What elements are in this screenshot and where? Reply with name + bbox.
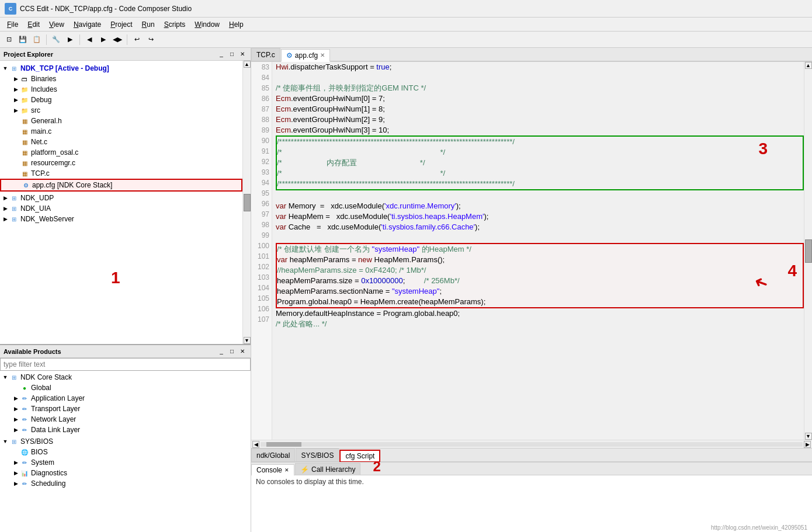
- code-lines[interactable]: Hwi.dispatcherTaskSupport = true; /* 使能事…: [272, 62, 804, 440]
- tree-tcp-c[interactable]: ▶ ▦ TCP.c: [0, 168, 242, 179]
- tab-app-cfg[interactable]: ⚙ app.cfg ✕: [281, 49, 330, 62]
- code-line-89: Ecm.eventGroupHwiNum[3] = 10;: [276, 125, 804, 135]
- console-message: No consoles to display at this time.: [256, 478, 364, 486]
- ln-98: 98: [251, 220, 272, 230]
- tree-data-link-layer[interactable]: ▶ ✏ Data Link Layer: [0, 425, 251, 435]
- menu-file[interactable]: File: [2, 19, 23, 30]
- filter-input[interactable]: [0, 358, 251, 371]
- tree-resourcemgr[interactable]: ▶ ▦ resourcemgr.c: [0, 158, 242, 168]
- pe-scrollbar[interactable]: ▲ ▼: [242, 61, 251, 344]
- bottom-tab-sysbios[interactable]: SYS/BIOS: [296, 448, 339, 461]
- code-line-98: var Cache = xdc.useModule('ti.sysbios.fa…: [276, 222, 804, 232]
- hscroll-thumb[interactable]: [266, 442, 301, 447]
- minimize-btn[interactable]: _: [217, 50, 226, 59]
- tree-src[interactable]: ▶ 📁 src: [0, 105, 242, 116]
- menu-navigate[interactable]: Navigate: [69, 19, 106, 30]
- editor-scroll-up[interactable]: ▲: [805, 62, 812, 69]
- tree-ndk-uia[interactable]: ▶ ⊞ NDK_UIA: [0, 203, 242, 214]
- label-resourcemgr: resourcemgr.c: [31, 159, 75, 167]
- label-bios: BIOS: [31, 448, 48, 456]
- scroll-up-btn[interactable]: ▲: [244, 61, 251, 68]
- tree-diagnostics[interactable]: ▶ 📊 Diagnostics: [0, 468, 251, 478]
- tree-binaries[interactable]: ▶ 🗃 Binaries: [0, 74, 242, 84]
- editor-scroll-down[interactable]: ▼: [805, 433, 812, 440]
- menu-scripts[interactable]: Scripts: [159, 19, 190, 30]
- ap-maximize-btn[interactable]: □: [227, 347, 237, 356]
- editor-hscrollbar[interactable]: ◀ ▶: [251, 440, 812, 448]
- icon-global: ●: [20, 383, 29, 392]
- toolbar-btn-5[interactable]: ▶: [64, 33, 77, 46]
- console-tab-x-icon: ✕: [284, 467, 289, 473]
- toolbar-btn-6[interactable]: ◀: [83, 33, 96, 46]
- tree-app-cfg[interactable]: ▶ ⚙ app.cfg [NDK Core Stack]: [0, 179, 242, 192]
- hscroll-left[interactable]: ◀: [252, 441, 259, 448]
- menu-help[interactable]: Help: [224, 19, 248, 30]
- bottom-tab-ndk-global[interactable]: ndk/Global: [251, 448, 295, 461]
- ap-minimize-btn[interactable]: _: [217, 347, 226, 356]
- menu-run[interactable]: Run: [137, 19, 159, 30]
- toolbar-btn-1[interactable]: ⊡: [2, 33, 15, 46]
- label-diagnostics: Diagnostics: [31, 469, 67, 477]
- project-tree: ▼ ⊞ NDK_TCP [Active - Debug] ▶ 🗃 Binarie…: [0, 61, 242, 344]
- ln-90: 90: [251, 135, 272, 146]
- arrow-diagnostics: ▶: [12, 470, 20, 476]
- tree-ndk-webserver[interactable]: ▶ ⊞ NDK_WebServer: [0, 214, 242, 224]
- console-tab-call-hierarchy[interactable]: ⚡ Call Hierarchy: [295, 463, 360, 475]
- console-tabs: Console ✕ ⚡ Call Hierarchy 2: [251, 463, 812, 475]
- toolbar-btn-3[interactable]: 📋: [30, 33, 43, 46]
- tree-includes[interactable]: ▶ 📁 Includes: [0, 84, 242, 95]
- tree-main-c[interactable]: ▶ ▦ main.c: [0, 126, 242, 137]
- scroll-down-btn[interactable]: ▼: [244, 337, 251, 344]
- tree-scheduling[interactable]: ▶ ✏ Scheduling: [0, 478, 251, 489]
- title-bar: C CCS Edit - NDK_TCP/app.cfg - Code Comp…: [0, 0, 812, 18]
- tree-bios[interactable]: ▶ 🌐 BIOS: [0, 447, 251, 457]
- editor-scrollbar[interactable]: ▲ ▼: [804, 62, 812, 440]
- icon-network-layer: ✏: [20, 415, 29, 424]
- tree-general-h[interactable]: ▶ ▦ General.h: [0, 116, 242, 126]
- menu-view[interactable]: View: [44, 19, 69, 30]
- tree-transport-layer[interactable]: ▶ ✏ Transport Layer: [0, 404, 251, 414]
- menu-edit[interactable]: Edit: [23, 19, 44, 30]
- tree-debug[interactable]: ▶ 📁 Debug: [0, 95, 242, 105]
- tab-close-icon[interactable]: ✕: [320, 52, 325, 58]
- tree-platform-osal[interactable]: ▶ ▦ platform_osal.c: [0, 147, 242, 158]
- tree-global[interactable]: ▶ ● Global: [0, 383, 251, 393]
- toolbar-btn-10[interactable]: ↪: [144, 33, 157, 46]
- toolbar-btn-7[interactable]: ▶: [97, 33, 110, 46]
- icon-includes: 📁: [20, 85, 29, 94]
- scroll-thumb[interactable]: [244, 194, 251, 211]
- close-view-btn[interactable]: ✕: [238, 50, 247, 59]
- tree-sysbios[interactable]: ▼ ⊞ SYS/BIOS: [0, 436, 251, 447]
- tab-tcp-c[interactable]: TCP.c: [251, 48, 280, 61]
- tree-network-layer[interactable]: ▶ ✏ Network Layer: [0, 414, 251, 425]
- icon-main-c: ▦: [20, 127, 29, 136]
- tree-system[interactable]: ▶ ✏ System: [0, 457, 251, 468]
- ln-84: 84: [251, 72, 272, 83]
- menu-window[interactable]: Window: [190, 19, 224, 30]
- tree-ndk-udp[interactable]: ▶ ⊞ NDK_UDP: [0, 193, 242, 203]
- editor-scroll-thumb[interactable]: [805, 239, 812, 263]
- tree-application-layer[interactable]: ▶ ✏ Application Layer: [0, 393, 251, 404]
- toolbar-sep-2: [79, 34, 80, 45]
- ln-89: 89: [251, 125, 272, 135]
- tree-net-c[interactable]: ▶ ▦ Net.c: [0, 137, 242, 147]
- hscroll-right[interactable]: ▶: [804, 441, 811, 448]
- toolbar-btn-4[interactable]: 🔧: [50, 33, 63, 46]
- toolbar-btn-2[interactable]: 💾: [16, 33, 29, 46]
- label-net-c: Net.c: [31, 138, 47, 146]
- icon-general-h: ▦: [20, 116, 29, 126]
- bottom-tab-cfg-script[interactable]: cfg Script: [339, 450, 380, 462]
- toolbar-btn-9[interactable]: ↩: [130, 33, 143, 46]
- ln-105: 105: [251, 293, 272, 304]
- icon-application-layer: ✏: [20, 394, 29, 403]
- icon-scheduling: ✏: [20, 479, 29, 488]
- toolbar-btn-8[interactable]: ◀▶: [111, 33, 124, 46]
- console-tab-console[interactable]: Console ✕: [251, 464, 294, 476]
- menu-project[interactable]: Project: [106, 19, 137, 30]
- tree-ndk-tcp[interactable]: ▼ ⊞ NDK_TCP [Active - Debug]: [0, 63, 242, 74]
- tree-ndk-core-stack[interactable]: ▼ ⊞ NDK Core Stack: [0, 372, 251, 383]
- ap-close-btn[interactable]: ✕: [238, 347, 247, 356]
- code-line-84: [276, 72, 804, 83]
- ln-96: 96: [251, 199, 272, 209]
- maximize-btn[interactable]: □: [227, 50, 237, 59]
